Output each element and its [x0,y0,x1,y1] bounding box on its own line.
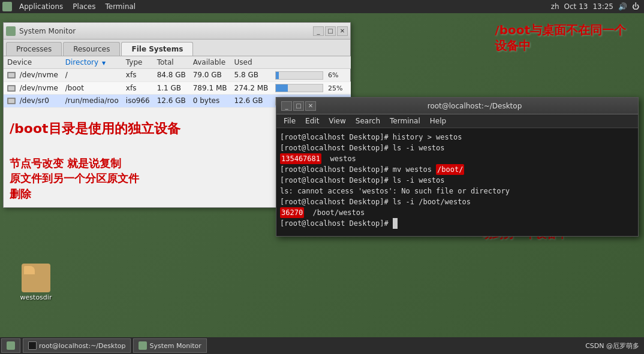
col-used-bar [272,56,350,69]
taskbar: root@localhost:~/Desktop System Monitor … [0,337,644,354]
tab-processes[interactable]: Processes [6,42,62,56]
minimize-button[interactable]: _ [313,26,324,36]
terminal-titlebar: _ □ ✕ root@localhost:~/Desktop [276,98,638,114]
app-icon [2,2,12,11]
table-row: /dev/nvme / xfs 84.8 GB 79.0 GB 5.8 GB 6… [4,69,351,82]
col-directory[interactable]: Directory ▼ [62,56,122,69]
terminal-maximize[interactable]: □ [293,101,304,111]
taskbar-right: CSDN @厄罗萌多 [585,341,644,350]
col-total[interactable]: Total [154,56,189,69]
terminal-line-3: 135467681 westos [280,153,634,164]
tab-resources[interactable]: Resources [63,42,120,56]
tmenu-file[interactable]: File [279,116,300,126]
terminal-line-8: 36270 /boot/westos [280,207,634,218]
cell-device: /dev/sr0 [4,95,62,108]
tab-filesystems[interactable]: File Systems [121,42,193,56]
tmenu-edit[interactable]: Edit [300,116,324,126]
inode1-highlight: 135467681 [280,153,321,164]
boot-highlight: /boot/ [436,164,464,175]
system-tray: zh Oct 13 13:25 🔊 ⏻ [551,2,644,11]
usage-bar [276,84,288,92]
terminal-win-controls: _ □ ✕ [281,101,316,111]
terminal-taskbar-icon [28,341,37,350]
sysmon-icon [6,26,16,36]
annotation-right-top: /boot与桌面不在同一个设备中 [495,22,626,53]
terminal-close[interactable]: ✕ [305,101,316,111]
sysmon-taskbar-icon [139,341,147,350]
window-controls: _ □ ✕ [313,26,348,36]
desktop-icon-westosdir[interactable]: westosdir [15,264,57,301]
tmenu-view[interactable]: View [324,116,350,126]
close-button[interactable]: ✕ [337,26,348,36]
tab-bar: Processes Resources File Systems [4,40,350,56]
terminal-window: _ □ ✕ root@localhost:~/Desktop File Edit… [276,97,639,237]
menu-applications[interactable]: Applications [14,0,68,13]
taskbar-sysmon[interactable]: System Monitor [133,338,206,353]
col-device[interactable]: Device [4,56,62,69]
tmenu-help[interactable]: Help [425,116,451,126]
terminal-minimize[interactable]: _ [281,101,292,111]
usage-bar-container [275,71,323,80]
usage-bar-container [275,84,323,92]
taskbar-terminal[interactable]: root@localhost:~/Desktop [23,338,131,353]
sysmon-title: System Monitor [19,27,313,35]
top-menubar: Applications Places Terminal zh Oct 13 1… [0,0,644,13]
taskbar-showdesktop[interactable] [1,338,20,353]
sysmon-titlebar: System Monitor _ □ ✕ [4,23,350,40]
terminal-title: root@localhost:~/Desktop [316,102,633,110]
maximize-button[interactable]: □ [325,26,336,36]
cell-device: /dev/nvme [4,81,62,95]
menu-places[interactable]: Places [68,0,100,13]
showdesktop-icon [7,341,15,350]
terminal-menubar: File Edit View Search Terminal Help [276,114,638,128]
terminal-line-9: [root@localhost Desktop]# [280,218,634,229]
terminal-body[interactable]: [root@localhost Desktop]# history > west… [276,128,638,236]
device-icon [7,98,16,104]
terminal-line-7: [root@localhost Desktop]# ls -i /boot/we… [280,196,634,207]
terminal-line-6: ls: cannot access 'westos': No such file… [280,186,634,196]
terminal-line-1: [root@localhost Desktop]# history > west… [280,132,634,143]
desktop: westosdir System Monitor _ □ ✕ Processes… [0,13,644,337]
device-icon [7,85,16,92]
device-icon [7,72,16,78]
table-row: /dev/nvme /boot xfs 1.1 GB 789.1 MB 274.… [4,81,351,95]
tmenu-search[interactable]: Search [351,116,385,126]
menu-terminal[interactable]: Terminal [100,0,140,13]
folder-icon [22,264,50,292]
cell-device: /dev/nvme [4,69,62,82]
inode2-highlight: 36270 [280,207,304,218]
usage-bar [276,72,279,79]
col-type[interactable]: Type [122,56,154,69]
terminal-line-4: [root@localhost Desktop]# mv westos /boo… [280,164,634,175]
col-used[interactable]: Used [231,56,272,69]
terminal-line-5: [root@localhost Desktop]# ls -i westos [280,175,634,186]
tmenu-terminal[interactable]: Terminal [385,116,425,126]
terminal-line-2: [root@localhost Desktop]# ls -i westos [280,143,634,153]
col-available[interactable]: Available [189,56,231,69]
